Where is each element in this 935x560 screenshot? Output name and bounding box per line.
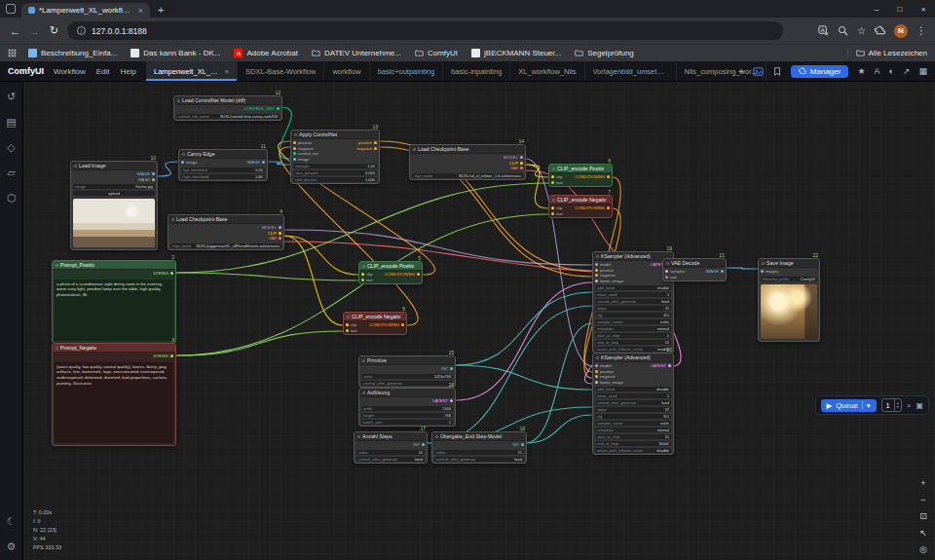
queue-list-icon[interactable]: ▣	[916, 401, 923, 410]
input-slot[interactable]: text	[551, 180, 563, 186]
collapse-dot-icon[interactable]	[56, 264, 58, 267]
node-widget[interactable]: sampler_nameeuler	[595, 319, 671, 324]
browser-tab[interactable]: *Lampenwelt_XL_workflow - Co ×	[21, 3, 150, 18]
theme-moon-icon[interactable]: ☾	[7, 516, 17, 527]
workflow-tab[interactable]: basic+outpainting	[370, 61, 444, 81]
node-header[interactable]: CLIP_encode Positiv	[549, 165, 612, 173]
bookmark-star-icon[interactable]: ☆	[857, 25, 866, 36]
model-library-icon[interactable]: ◇	[7, 142, 15, 153]
node-header[interactable]: Save Image	[759, 259, 819, 268]
bookmark-item[interactable]: Beschreibung_Einfa...	[21, 47, 124, 60]
node-ckpt-base[interactable]: Load Checkpoint-Base4MODELCLIPVAEckpt_na…	[168, 214, 284, 250]
menu-help[interactable]: Help	[121, 67, 136, 76]
collapse-dot-icon[interactable]	[56, 347, 58, 350]
node-clip-pos-right[interactable]: CLIP_encode Positiv6cliptextCONDITIONING	[548, 164, 613, 187]
settings-gear-icon[interactable]: ⚙	[7, 541, 17, 552]
collapse-dot-icon[interactable]	[362, 265, 365, 268]
collapse-dot-icon[interactable]	[762, 262, 765, 265]
bookmark-item[interactable]: jBECKMANN Steuer...	[465, 47, 568, 60]
node-clip-neg-right[interactable]: CLIP_encode Negativ7cliptextCONDITIONING	[548, 195, 613, 218]
manager-button[interactable]: Manager	[791, 65, 849, 78]
layout-grid-icon[interactable]: ▦	[918, 66, 927, 76]
node-ckpt-refiner[interactable]: Load Checkpoint-Base14MODELCLIPVAEckpt_n…	[409, 144, 526, 180]
output-slot[interactable]: CONDITIONING	[385, 272, 420, 278]
window-maximize-button[interactable]: □	[888, 0, 912, 18]
node-header[interactable]: KSampler (Advanced)	[593, 252, 673, 261]
zoom-out-icon[interactable]: −	[916, 495, 930, 504]
node-widget[interactable]: end_percent1.000	[293, 177, 377, 182]
node-header[interactable]: KSampler (Advanced)	[593, 354, 673, 362]
input-slot[interactable]: image	[293, 157, 318, 163]
fit-view-icon[interactable]: ⊡	[916, 511, 930, 521]
node-widget[interactable]: cfg8.0	[595, 313, 671, 317]
node-vae-decode[interactable]: VAE Decode21samplesvaeIMAGE	[662, 258, 727, 281]
node-widget[interactable]: low_threshold0.40	[181, 168, 265, 172]
workflow-tab[interactable]: workflow	[324, 61, 369, 81]
input-slot[interactable]: latent_image	[595, 279, 623, 284]
node-widget[interactable]: strength1.00	[293, 164, 377, 168]
node-canny-edge[interactable]: Canny Edge11imageIMAGElow_threshold0.40h…	[178, 149, 268, 181]
collapse-dot-icon[interactable]	[413, 148, 416, 151]
node-load-controlnet[interactable]: Load ControlNet Model (diff)12CONTROL_NE…	[173, 95, 282, 121]
node-clip-neg-mid[interactable]: CLIP_encode Negativ8cliptextCONDITIONING	[343, 312, 407, 335]
input-slot[interactable]: image	[181, 160, 197, 166]
reload-button[interactable]: ↻	[48, 24, 60, 37]
collapse-dot-icon[interactable]	[435, 435, 438, 438]
input-slot[interactable]: text	[361, 278, 373, 283]
output-slot[interactable]: INT	[512, 442, 524, 448]
font-size-icon[interactable]: A	[874, 66, 879, 76]
collapse-dot-icon[interactable]	[171, 218, 174, 221]
collapse-dot-icon[interactable]	[182, 153, 185, 156]
collapse-dot-icon[interactable]	[357, 435, 360, 438]
node-widget[interactable]: height768	[361, 413, 453, 418]
node-widget[interactable]: sampler_nameeuler	[595, 421, 671, 426]
node-header[interactable]: Load Image	[71, 162, 157, 170]
node-widget[interactable]: noise_seed0	[595, 292, 671, 297]
forward-button[interactable]: →	[28, 25, 41, 37]
input-slot[interactable]: latent_image	[595, 380, 623, 386]
node-widget[interactable]: cfg8.0	[595, 414, 671, 419]
node-prompt-neg[interactable]: Prompt_Negativ3STRING(worst quality, low…	[52, 343, 176, 446]
menu-workflow[interactable]: Workflow	[54, 67, 86, 76]
node-header[interactable]: Prompt_Positiv	[53, 261, 175, 270]
lens-search-icon[interactable]	[838, 25, 848, 36]
node-widget[interactable]: end_at_step15	[595, 340, 671, 345]
node-widget[interactable]: schedulernormal	[595, 326, 671, 331]
node-widget[interactable]: schedulernormal	[595, 428, 671, 432]
node-templates-icon[interactable]: ▤	[6, 117, 16, 128]
node-header[interactable]: Auflösung	[359, 389, 455, 397]
node-widget[interactable]: start_percent0.000	[293, 170, 377, 175]
comfy-logo[interactable]: ComfyUI	[8, 66, 44, 76]
node-widget[interactable]: imageKüche.jpg	[73, 184, 155, 189]
queue-dropdown-icon[interactable]: ▾	[867, 401, 871, 410]
workflow-tab[interactable]: Vorlagenbild_umsetzten	[585, 61, 677, 81]
node-canvas[interactable]: T: 0.00sI: 0N: 22 [23]V: 44FPS 333.33 ▶ …	[23, 82, 935, 560]
workflow-tab[interactable]: SDXL-Base-Workflow	[238, 61, 324, 81]
node-widget[interactable]: steps20	[595, 407, 671, 412]
output-slot[interactable]: LATENT	[651, 363, 671, 369]
node-widget[interactable]: width1344	[361, 406, 453, 411]
zoom-in-icon[interactable]: +	[916, 478, 930, 488]
workflow-add-tab-button[interactable]: +	[729, 66, 753, 77]
favorites-star-icon[interactable]: ★	[857, 66, 865, 76]
workflow-tab[interactable]: Lampenwelt_XL_wor...×	[146, 61, 238, 81]
output-slot[interactable]: VAE	[504, 166, 523, 171]
node-save-image[interactable]: Save Image22imagesfilename_prefixComfyUI	[758, 258, 820, 342]
node-primitive[interactable]: Primitive15INTvalue1024x768control_after…	[358, 355, 456, 388]
translate-icon[interactable]: A	[818, 25, 829, 36]
collapse-dot-icon[interactable]	[362, 359, 365, 362]
select-mode-icon[interactable]: ↖	[916, 528, 930, 538]
output-slot[interactable]: INT	[441, 366, 453, 372]
workflow-tab-close-icon[interactable]: ×	[225, 67, 229, 76]
node-header[interactable]: Load Checkpoint-Base	[168, 215, 283, 224]
node-header[interactable]: Prompt_Negativ	[53, 344, 175, 353]
input-slot[interactable]: vae	[665, 275, 686, 280]
node-load-image[interactable]: Load Image10IMAGEMASKimageKüche.jpguploa…	[70, 161, 158, 250]
node-widget[interactable]: return_with_leftover_noiseenable	[595, 347, 671, 352]
collapse-dot-icon[interactable]	[552, 168, 555, 170]
output-slot[interactable]: negative	[356, 146, 377, 152]
url-bar[interactable]: i 127.0.0.1:8188	[67, 21, 783, 40]
node-widget[interactable]: control_after_generatefixed	[356, 457, 425, 462]
node-widget[interactable]: control_after_generatefixed	[595, 299, 671, 304]
share-icon[interactable]: ↗	[903, 66, 911, 76]
